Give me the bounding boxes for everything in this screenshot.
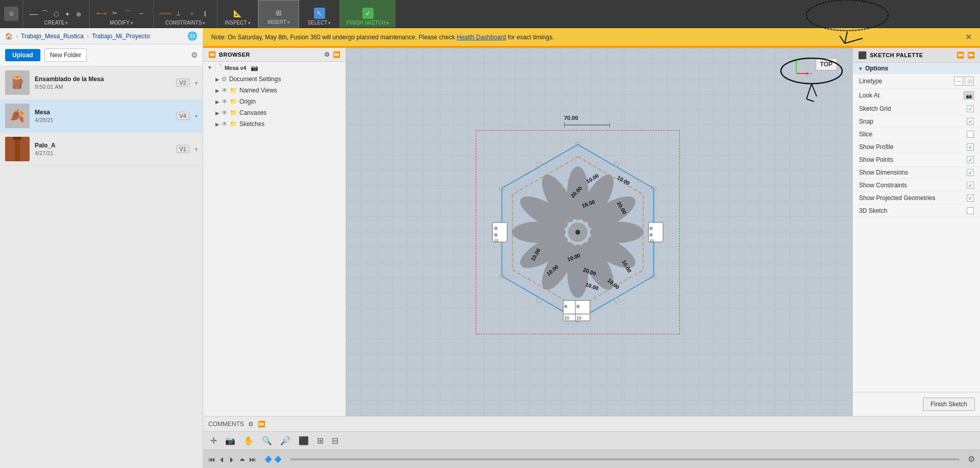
svg-point-39 <box>615 298 620 303</box>
grid-toggle-icon[interactable]: ⊞ <box>315 435 326 447</box>
toolbar-section-select[interactable]: ↖ SELECT ▾ <box>299 0 340 28</box>
collapse-arrow-icon[interactable]: ▼ <box>858 66 863 71</box>
3d-sketch-checkbox[interactable] <box>967 207 974 214</box>
left-sidebar: 🏠 › Trabajo_Mesa_Rustica › Trabajo_Mi_Pr… <box>0 28 203 468</box>
sketch-canvas: 70.00 <box>471 125 685 339</box>
breadcrumb-sub[interactable]: Trabajo_Mi_Proyecto <box>92 33 150 40</box>
toolbar-section-create[interactable]: — ⌒ ⬡ ✦ ⊕ CREATE ▾ <box>23 0 90 28</box>
show-dimensions-checkbox[interactable] <box>967 169 974 176</box>
show-points-checkbox[interactable] <box>967 156 974 163</box>
project-item[interactable]: Palo_A 4/27/21 V1 ▾ <box>0 133 203 166</box>
browser-item-doc-settings[interactable]: ▶ ⚙ Document Settings <box>203 73 346 85</box>
browser-item-named-views[interactable]: ▶ 👁 📁 Named Views <box>203 85 346 96</box>
show-profile-checkbox[interactable] <box>967 143 974 151</box>
version-badge[interactable]: V4 <box>176 112 190 120</box>
look-at-camera-icon[interactable]: 📷 <box>964 91 974 100</box>
finish-sketch-top-label: FINISH SKETCH <box>347 20 385 26</box>
create-dropdown-arrow[interactable]: ▾ <box>65 20 68 26</box>
project-item-name: Mesa <box>35 109 171 116</box>
project-item-date: 9:50:01 AM <box>35 84 171 90</box>
sketch-grid-checkbox[interactable] <box>967 105 974 112</box>
view-cube-icon[interactable]: ⬛ <box>297 435 311 447</box>
expand-arrow-icon[interactable]: ▶ <box>215 110 219 116</box>
project-item-date: 4/27/21 <box>35 150 171 156</box>
zoom-dropdown-icon[interactable]: 🔎 <box>278 435 292 447</box>
home-icon[interactable]: 🏠 <box>5 33 13 40</box>
expand-arrow-icon[interactable]: ▶ <box>215 99 219 105</box>
svg-text:10: 10 <box>576 315 581 320</box>
step-back-button[interactable]: ⏴ <box>218 455 226 463</box>
notification-close-button[interactable]: ✕ <box>965 32 972 42</box>
zoom-fit-icon[interactable]: 🔍 <box>260 435 274 447</box>
browser-item-label: Named Views <box>239 87 277 94</box>
svg-line-72 <box>812 84 817 96</box>
new-folder-button[interactable]: New Folder <box>44 48 87 62</box>
skip-end-button[interactable]: ⏭ <box>249 455 256 463</box>
snap-checkbox[interactable] <box>967 118 974 125</box>
browser-item-origin[interactable]: ▶ 👁 📁 Origin <box>203 96 346 107</box>
camera2-icon[interactable]: 📷 <box>223 435 237 447</box>
expand-arrow-icon[interactable]: ▶ <box>215 121 219 127</box>
browser-item-sketches[interactable]: ▶ 👁 📁 Sketches <box>203 118 346 130</box>
toolbar-section-constraints[interactable]: ═══ ⊥ ○ ∥ CONSTRAINTS ▾ <box>154 0 217 28</box>
hand-pan-icon[interactable]: ✋ <box>241 435 256 447</box>
browser-item-mesa[interactable]: ▼ 📄 Mesa v4 📷 <box>203 62 346 73</box>
expand-arrow-icon[interactable]: ▼ <box>207 65 212 70</box>
palette-row-sketch-grid: Sketch Grid <box>853 103 980 115</box>
toolbar-section-finish-sketch[interactable]: ✓ FINISH SKETCH ▾ <box>340 0 396 28</box>
upload-row: Upload New Folder ⚙ <box>0 44 203 66</box>
play-button[interactable]: ⏵ <box>229 455 236 463</box>
upload-button[interactable]: Upload <box>5 49 40 61</box>
expand-arrow-icon[interactable]: ▶ <box>215 77 219 82</box>
browser-settings-icon[interactable]: ⚙ <box>324 51 330 58</box>
comments-expand-icon[interactable]: ⏩ <box>258 421 265 428</box>
toolbar-section-inspect[interactable]: 📐 INSPECT ▾ <box>217 0 258 28</box>
svg-line-71 <box>806 84 812 99</box>
timeline-track[interactable] <box>290 458 960 460</box>
linetype-solid-icon[interactable]: — <box>954 77 963 86</box>
svg-text:⊞: ⊞ <box>494 232 498 237</box>
palette-expand-right[interactable]: ⏩ <box>967 52 975 59</box>
linetype-construction-icon[interactable]: ⬜ <box>965 77 974 86</box>
palette-row-slice: Slice <box>853 128 980 141</box>
health-dashboard-link[interactable]: Health Dashboard <box>457 34 506 41</box>
palette-row-linetype: Linetype — ⬜ <box>853 74 980 89</box>
project-item[interactable]: 🪵 Ensamblado de la Mesa 9:50:01 AM V2 ▾ <box>0 66 203 100</box>
comments-bar: COMMENTS ⚙ ⏩ <box>203 416 980 431</box>
comments-label: COMMENTS <box>208 421 244 428</box>
version-badge[interactable]: V2 <box>176 79 190 87</box>
show-projected-checkbox[interactable] <box>967 194 974 202</box>
svg-point-30 <box>575 230 580 235</box>
comments-settings-icon[interactable]: ⚙ <box>248 421 254 428</box>
layout-icon[interactable]: ⊟ <box>330 435 340 447</box>
toolbar-section-insert[interactable]: ⊞ INSERT ▾ <box>258 0 299 28</box>
browser-item-label: Canvases <box>239 109 266 116</box>
project-item-selected[interactable]: 🍂 Mesa 4/28/21 V4 ▾ <box>0 100 203 133</box>
browser-item-canvases[interactable]: ▶ 👁 📁 Canvases <box>203 107 346 118</box>
browser-expand-icon[interactable]: ⏩ <box>333 51 340 58</box>
palette-collapse-left[interactable]: ⏪ <box>957 52 964 59</box>
viewport[interactable]: TOP X Y 7 <box>346 48 852 416</box>
browser-collapse-icon[interactable]: ⏪ <box>208 51 216 58</box>
settings-icon[interactable]: ⚙ <box>191 51 198 60</box>
dropdown-arrow-icon[interactable]: ▾ <box>195 113 198 119</box>
show-constraints-checkbox[interactable] <box>967 182 974 189</box>
sidebar-topbar: 🏠 › Trabajo_Mesa_Rustica › Trabajo_Mi_Pr… <box>0 28 203 44</box>
step-forward-button[interactable]: ⏶ <box>239 455 246 463</box>
move-icon[interactable]: ✛ <box>208 435 219 447</box>
dropdown-arrow-icon[interactable]: ▾ <box>195 80 198 86</box>
palette-row-3d-sketch: 3D Sketch <box>853 205 980 217</box>
dropdown-arrow-icon[interactable]: ▾ <box>195 146 198 152</box>
slice-checkbox[interactable] <box>967 131 974 138</box>
breadcrumb-project[interactable]: Trabajo_Mesa_Rustica <box>21 33 84 40</box>
content-area: Note: On Saturday, May 8th, Fusion 360 w… <box>203 28 980 468</box>
expand-arrow-icon[interactable]: ▶ <box>215 88 219 93</box>
project-list: 🪵 Ensamblado de la Mesa 9:50:01 AM V2 ▾ … <box>0 66 203 166</box>
timeline-settings-icon[interactable]: ⚙ <box>968 454 975 464</box>
toolbar-section-modify[interactable]: ⟷ ✂ ⌒ ↔ MODIFY ▾ <box>90 0 154 28</box>
browser-panel: ⏪ BROWSER ⚙ ⏩ ▼ 📄 Mesa v4 📷 <box>203 48 346 416</box>
skip-start-button[interactable]: ⏮ <box>208 455 215 463</box>
finish-sketch-palette-button[interactable]: Finish Sketch <box>923 398 975 411</box>
version-badge[interactable]: V1 <box>176 145 190 153</box>
palette-row-show-points: Show Points <box>853 154 980 166</box>
